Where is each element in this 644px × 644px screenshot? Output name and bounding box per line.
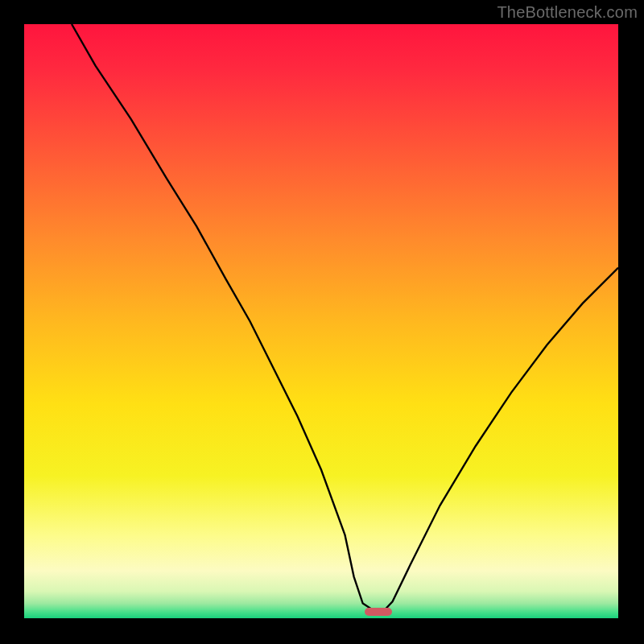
chart-stage: TheBottleneck.com	[0, 0, 644, 644]
plot-area	[24, 24, 618, 618]
watermark-text: TheBottleneck.com	[497, 3, 638, 22]
optimal-marker	[365, 608, 392, 617]
curve-path	[72, 24, 618, 611]
bottleneck-curve	[24, 24, 618, 618]
